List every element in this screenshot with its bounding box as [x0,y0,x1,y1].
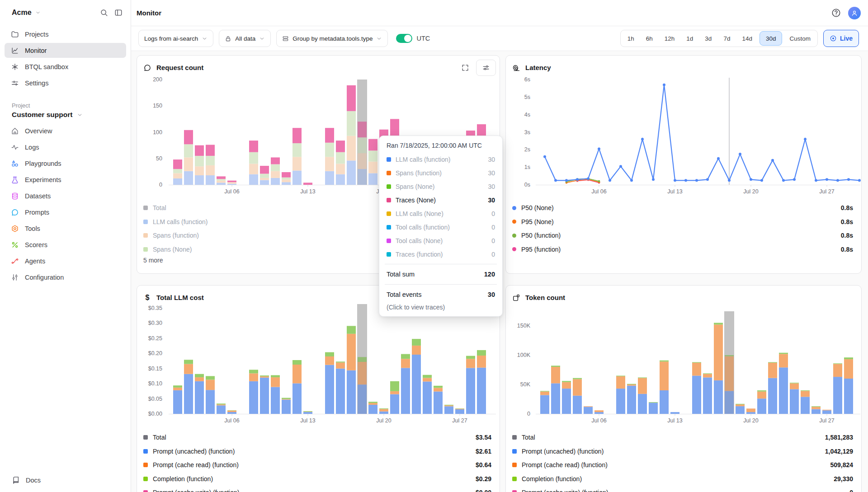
tooltip-row-spans-function-: Spans (function)30 [387,166,495,180]
chevron-down-icon [376,36,382,42]
sidebar-item-datasets[interactable]: Datasets [5,188,126,203]
expand-chart-button[interactable] [459,62,471,74]
legend-item-p50-none-[interactable]: P50 (None)0.8s [509,201,857,215]
legend-swatch [512,435,517,440]
tooltip-row-llm-calls-none-: LLM calls (None)0 [387,207,495,220]
dollar-icon: $ [143,294,151,302]
time-range-1h[interactable]: 1h [622,30,640,47]
sidebar-main-nav: ProjectsMonitorBTQL sandboxSettings [0,27,131,90]
route-icon [11,257,19,265]
legend-swatch [512,247,516,251]
sidebar-item-docs[interactable]: Docs [6,473,46,487]
filter-logs-from-ai-search[interactable]: Logs from ai-search [138,30,213,47]
chevron-down-icon [259,36,265,42]
total-llm-cost-chart[interactable]: $0.00$0.05$0.10$0.15$0.20$0.25$0.30$0.35… [139,302,498,427]
time-range-3d[interactable]: 3d [699,30,717,47]
sidebar-toggle-icon[interactable] [114,9,123,17]
legend-item-p95-none-[interactable]: P95 (None)0.8s [509,215,857,229]
sidebar-item-playgrounds[interactable]: Playgrounds [5,156,126,171]
legend-item-prompt-cache-write-function-[interactable]: Prompt (cache write) (function)$0.00 [140,486,495,492]
avatar[interactable] [848,7,861,19]
latency-chart[interactable]: 0s1s2s3s4s5s6sJul 06Jul 13Jul 20Jul 27 [511,74,862,199]
legend-swatch [143,435,148,440]
time-range-7d[interactable]: 7d [717,30,736,47]
person-icon [851,9,858,17]
legend-swatch [512,234,516,238]
svg-text:Jul 20: Jul 20 [743,188,758,195]
sidebar-item-projects[interactable]: Projects [5,27,126,42]
sidebar-item-prompts[interactable]: Prompts [5,205,126,220]
project-switcher[interactable]: Customer support [12,111,131,119]
search-icon[interactable] [100,9,108,17]
legend-item-prompt-cache-read-function-[interactable]: Prompt (cache read) (function)509,824 [509,458,857,472]
docs-label: Docs [26,477,41,484]
legend-item-completion-function-[interactable]: Completion (function)29,330 [509,472,857,486]
sidebar-header: Acme [0,0,131,25]
legend-item-completion-function-[interactable]: Completion (function)$0.29 [140,472,495,486]
sidebar-item-experiments[interactable]: Experiments [5,172,126,187]
legend-item-p50-function-[interactable]: P50 (function)0.8s [509,229,857,243]
sidebar-item-settings[interactable]: Settings [5,75,126,90]
sidebar-item-overview[interactable]: Overview [5,123,126,138]
svg-text:150: 150 [153,103,162,109]
time-range-14d[interactable]: 14d [736,30,758,47]
legend-item-prompt-uncached-function-[interactable]: Prompt (uncached) (function)$2.61 [140,445,495,459]
card-title: Token count [525,294,565,301]
org-switcher[interactable]: Acme [12,9,41,17]
legend-item-prompt-cache-write-function-[interactable]: Prompt (cache write) (function)0 [509,486,857,492]
card-title: Request count [156,64,203,71]
sidebar-item-btql-sandbox[interactable]: BTQL sandbox [5,59,126,74]
sidebar-item-configuration[interactable]: Configuration [5,270,126,285]
token-count-chart[interactable]: 050K100K150KJul 06Jul 13Jul 20Jul 27 [511,302,862,427]
sidebar-item-scorers[interactable]: Scorers [5,237,126,252]
filter-group-by-metadata-tools-type[interactable]: Group by metadata.tools.type [276,30,388,47]
chevron-down-icon [77,112,83,118]
legend-swatch [143,247,148,252]
tooltip-row-llm-calls-function-: LLM calls (function)30 [387,153,495,166]
svg-text:200: 200 [153,76,162,83]
legend-swatch [512,463,517,467]
sidebar-item-agents[interactable]: Agents [5,253,126,268]
beaker-icon [11,176,19,184]
sidebar-project-nav: OverviewLogsPlaygroundsExperimentsDatase… [0,123,131,285]
live-button[interactable]: Live [823,30,859,47]
chart-tooltip[interactable]: Ran 7/18/2025, 12:00:00 AM UTC LLM calls… [379,136,503,317]
filter-all-data[interactable]: All data [219,30,271,47]
time-range-1d[interactable]: 1d [680,30,699,47]
chart-settings-button[interactable] [476,60,496,76]
svg-text:6s: 6s [524,76,530,83]
help-icon[interactable] [831,8,841,18]
sliders-icon [482,64,490,72]
utc-toggle[interactable]: UTC [396,34,430,43]
svg-text:50: 50 [156,155,162,162]
legend-item-prompt-uncached-function-[interactable]: Prompt (uncached) (function)1,042,129 [509,445,857,459]
time-range-6h[interactable]: 6h [640,30,659,47]
legend-item-p95-function-[interactable]: P95 (function)0.8s [509,243,857,257]
time-range-30d[interactable]: 30d [760,31,783,46]
legend-item-total[interactable]: Total1,581,283 [509,431,857,445]
tooltip-row-tool-calls-function-: Tool calls (function)0 [387,220,495,234]
hexagon-icon [11,225,19,233]
folder-icon [11,30,19,38]
chevron-down-icon [202,36,208,42]
svg-text:Jul 27: Jul 27 [819,417,834,424]
legend-swatch [512,206,516,210]
svg-text:Jul 13: Jul 13 [667,417,682,424]
tooltip-note: (Click to view traces) [387,304,495,311]
time-range-12h[interactable]: 12h [659,30,681,47]
legend-item-prompt-cache-read-function-[interactable]: Prompt (cache read) (function)$0.64 [140,458,495,472]
sidebar: Acme ProjectsMonitorBTQL sandboxSettings… [0,0,131,492]
database-icon [11,192,19,200]
svg-text:2s: 2s [524,146,530,153]
svg-text:$0.00: $0.00 [148,411,162,417]
time-range-custom[interactable]: Custom [783,30,816,47]
svg-text:1s: 1s [524,164,530,170]
org-name: Acme [12,9,32,17]
sidebar-item-monitor[interactable]: Monitor [5,43,126,58]
svg-text:Jul 20: Jul 20 [743,417,758,424]
legend-more-link[interactable]: 5 more [143,257,163,264]
sidebar-item-tools[interactable]: Tools [5,221,126,236]
svg-text:50K: 50K [520,381,531,388]
legend-item-total[interactable]: Total$3.54 [140,431,495,445]
sidebar-item-logs[interactable]: Logs [5,140,126,155]
